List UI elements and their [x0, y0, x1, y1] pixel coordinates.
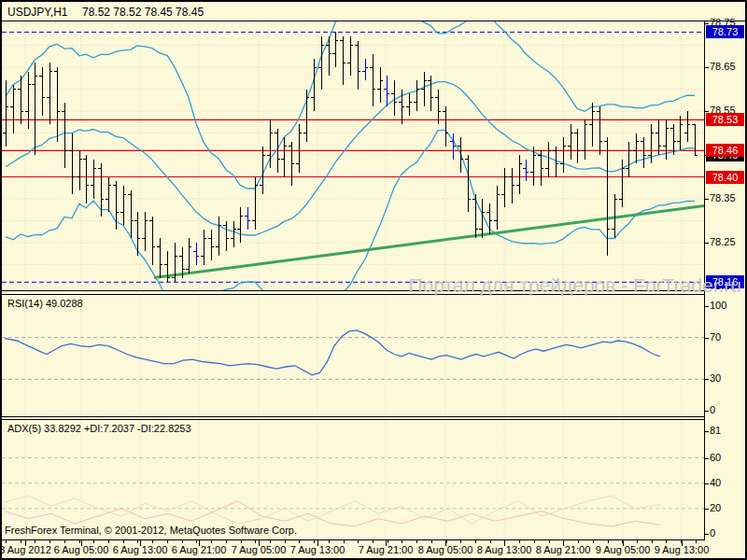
price-level-marker-red: 78.46 — [706, 144, 744, 157]
time-tick-minor — [402, 540, 402, 543]
rsi-tick-mark — [704, 338, 709, 339]
time-tick-minor — [123, 540, 124, 543]
rsi-indicator-pane[interactable]: RSI(14) 49.0288 — [2, 294, 704, 417]
time-tick-minor — [152, 540, 153, 543]
time-tick-minor — [373, 540, 374, 543]
time-tick-minor — [431, 540, 432, 543]
price-tick-label: 78.25 — [710, 236, 745, 247]
time-axis-label: 9 Aug 05:00 — [596, 544, 651, 555]
rsi-label: RSI(14) 49.0288 — [7, 298, 83, 309]
time-axis-label: 3 Aug 2012 — [0, 544, 51, 555]
price-level-marker-blue: 78.73 — [706, 25, 744, 38]
rsi-tick-label: 30 — [710, 372, 745, 384]
time-axis[interactable]: 3 Aug 20126 Aug 05:006 Aug 13:006 Aug 21… — [2, 540, 745, 558]
main-chart-canvas[interactable] — [2, 21, 704, 290]
time-axis-label: 6 Aug 05:00 — [54, 544, 109, 555]
rsi-tick-label: 70 — [710, 331, 745, 343]
time-tick-minor — [241, 540, 242, 543]
price-bars — [3, 32, 698, 282]
rsi-tick-mark — [704, 306, 709, 307]
adx-tick-label: 20 — [710, 502, 745, 513]
time-tick-minor — [211, 540, 212, 543]
horizontal-price-lines — [2, 32, 704, 282]
rsi-canvas[interactable] — [2, 295, 704, 414]
adx-label: ADX(5) 33.8292 +DI:7.2037 -DI:22.8253 — [7, 423, 191, 434]
time-tick-minor — [460, 540, 461, 543]
watermark-text: Портал для трейдеров - ForTrader.ru — [408, 274, 741, 297]
time-tick-minor — [534, 540, 535, 543]
trend-line[interactable] — [154, 205, 704, 278]
symbol-period-label: USDJPY,H1 — [7, 6, 67, 19]
time-axis-label: 8 Aug 13:00 — [477, 544, 532, 555]
adx-tick-mark — [704, 483, 709, 484]
time-axis-label: 6 Aug 21:00 — [172, 544, 227, 555]
time-tick-minor — [6, 540, 7, 543]
time-axis-label: 9 Aug 13:00 — [655, 544, 710, 555]
time-tick-minor — [285, 540, 286, 543]
time-axis-label: 7 Aug 13:00 — [290, 544, 345, 555]
time-tick-minor — [637, 540, 638, 543]
time-tick-minor — [344, 540, 345, 543]
rsi-tick-mark — [704, 379, 709, 380]
time-tick-minor — [314, 540, 315, 543]
adx-tick-mark — [704, 431, 709, 432]
price-tick-mark — [704, 199, 709, 200]
rsi-tick-label: 100 — [710, 300, 745, 311]
time-axis-label: 8 Aug 05:00 — [418, 544, 473, 555]
time-axis-label: 6 Aug 13:00 — [113, 544, 168, 555]
time-tick-minor — [519, 540, 520, 543]
time-tick-minor — [578, 540, 579, 543]
time-tick-minor — [329, 540, 330, 543]
main-price-pane[interactable] — [2, 21, 704, 291]
time-tick-minor — [196, 540, 197, 543]
adx-tick-mark — [704, 534, 709, 535]
time-tick-minor — [666, 540, 667, 543]
time-tick-minor — [388, 540, 388, 543]
time-tick-minor — [182, 540, 183, 543]
price-tick-label: 78.35 — [710, 192, 745, 203]
time-tick-minor — [416, 540, 417, 543]
adx-canvas[interactable] — [2, 420, 704, 538]
time-axis-label: 7 Aug 05:00 — [232, 544, 287, 555]
main-gridlines — [2, 21, 704, 290]
time-axis-label: 7 Aug 21:00 — [359, 544, 414, 555]
time-tick-minor — [108, 540, 109, 543]
time-tick-minor — [255, 540, 256, 543]
adx-indicator-pane[interactable]: ADX(5) 33.8292 +DI:7.2037 -DI:22.8253 — [2, 419, 704, 540]
time-tick-minor — [490, 540, 491, 543]
time-tick-minor — [608, 540, 609, 543]
ohlc-values-label: 78.52 78.52 78.45 78.45 — [82, 6, 204, 19]
adx-tick-label: 40 — [710, 477, 745, 488]
price-tick-label: 78.65 — [710, 61, 745, 72]
rsi-tick-mark — [704, 411, 709, 412]
time-tick-minor — [299, 540, 300, 543]
time-tick-minor — [475, 540, 476, 543]
time-tick-minor — [49, 540, 50, 543]
price-level-marker-red: 78.40 — [706, 171, 744, 184]
price-tick-mark — [704, 23, 709, 24]
price-tick-mark — [704, 111, 709, 112]
price-level-marker-red: 78.53 — [706, 113, 744, 126]
minus-di-line — [5, 496, 660, 524]
rsi-tick-label: 0 — [710, 404, 745, 415]
time-tick-minor — [358, 540, 359, 543]
time-tick-minor — [696, 540, 697, 543]
time-tick-minor — [21, 540, 21, 543]
time-tick-minor — [137, 540, 138, 543]
time-tick-minor — [79, 540, 80, 543]
chart-title-bar: USDJPY,H1 78.52 78.52 78.45 78.45 — [2, 2, 745, 21]
time-tick-minor — [64, 540, 65, 543]
adx-tick-label: 60 — [710, 452, 745, 463]
price-tick-mark — [704, 243, 709, 244]
adx-tick-label: 0 — [710, 527, 745, 539]
time-tick-minor — [549, 540, 550, 543]
rsi-line — [5, 330, 660, 375]
chart-window: USDJPY,H1 78.52 78.52 78.45 78.45 Портал… — [0, 0, 747, 560]
plusminus-di-line — [5, 501, 660, 526]
time-tick-minor — [35, 540, 35, 543]
time-tick-minor — [270, 540, 271, 543]
time-tick-minor — [167, 540, 168, 543]
time-tick-minor — [652, 540, 653, 543]
time-axis-label: 8 Aug 21:00 — [536, 544, 591, 555]
time-tick-minor — [593, 540, 594, 543]
